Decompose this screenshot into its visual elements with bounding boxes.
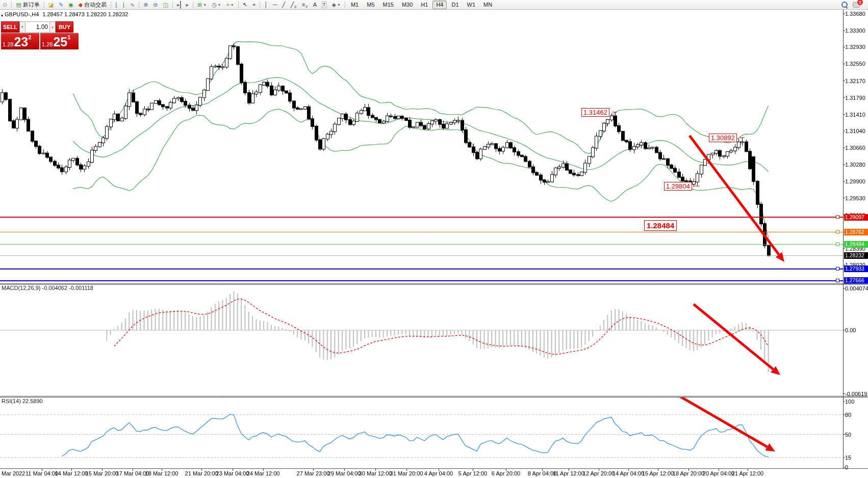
buy-button[interactable]: BUY — [56, 21, 73, 33]
sell-button[interactable]: SELL — [1, 21, 19, 33]
price-axis-label: 1.31040 — [845, 128, 865, 134]
timeframe-m5[interactable]: M5 — [363, 1, 378, 9]
price-tag: 1.28484 — [844, 241, 868, 248]
volume-decrease-button[interactable]: ▾ — [19, 21, 25, 33]
buy-price-pip: 1 — [67, 34, 70, 40]
date-axis-label: 31 Mar 20:00 — [390, 470, 423, 476]
tile-windows-icon[interactable]: ◫ — [161, 0, 170, 9]
line-chart-icon[interactable]: ∿ — [128, 0, 137, 9]
price-axis-label: 1.32550 — [845, 61, 865, 67]
cursor-button[interactable]: ↖ — [241, 0, 249, 9]
price-tag: 1.29097 — [844, 214, 868, 221]
timeframe-w1[interactable]: W1 — [464, 1, 479, 9]
clipped-icon[interactable]: ⊙ — [1, 0, 9, 9]
macd-axis-label: 0.004074 — [845, 285, 868, 291]
price-axis-label: 1.31410 — [845, 112, 865, 118]
shapes-button[interactable]: ◈▼ — [330, 0, 343, 9]
subwindow-marker[interactable]: ▴ — [1, 13, 3, 17]
price-tag: 1.28762 — [844, 229, 868, 235]
trendline-button[interactable]: ╱ — [280, 0, 288, 9]
date-axis-label: 23 Mar 04:00 — [216, 470, 249, 476]
community-icon[interactable]: ✎ — [57, 0, 65, 9]
sell-price-main: 23 — [14, 36, 28, 48]
rsi-axis-label: 15 — [845, 455, 851, 461]
price-callout: 1.30892 — [709, 134, 737, 142]
auto-scroll-button[interactable]: ▸ — [184, 0, 191, 9]
date-axis-label: 21 Apr 12:00 — [732, 470, 763, 476]
date-axis-label: 5 Apr 12:00 — [458, 470, 487, 476]
timeframe-h4[interactable]: H4 — [432, 1, 447, 9]
price-tag: 1.27666 — [844, 277, 868, 284]
date-axis-label: Mar 2022 — [2, 470, 25, 476]
date-axis-label: 11 Mar 04:00 — [25, 470, 58, 476]
date-axis-label: 15 Mar 20:00 — [86, 470, 119, 476]
date-axis-label: 20 Apr 04:00 — [703, 470, 734, 476]
zoom-in-button[interactable]: ⊕ — [141, 0, 150, 9]
candlestick-chart-icon[interactable]: ⌊ — [121, 0, 127, 9]
price-callout: 1.31462 — [581, 108, 609, 117]
volume-increase-button[interactable]: ▴ — [49, 21, 56, 33]
date-axis-label: 12 Apr 20:00 — [583, 470, 615, 476]
search-icon[interactable] — [839, 0, 850, 9]
price-tag: 1.28232 — [844, 252, 868, 259]
price-axis-label: 1.33680 — [845, 11, 865, 17]
timeframe-d1[interactable]: D1 — [448, 1, 462, 9]
chart-ohlc-values: 1.28457 1.28473 1.28220 1.28232 — [42, 11, 128, 17]
chart-shift-button[interactable]: ▸ — [175, 0, 183, 9]
horizontal-line-button[interactable]: ─ — [271, 0, 279, 9]
bar-chart-icon[interactable]: ⌊ — [113, 0, 119, 9]
new-order-button[interactable]: ▤新订单 — [14, 0, 41, 9]
date-axis-label: 18 Mar 12:00 — [145, 470, 178, 476]
timeframe-m1[interactable]: M1 — [347, 1, 362, 9]
timeframe-mn[interactable]: MN — [480, 1, 496, 9]
date-axis-label: 24 Mar 12:00 — [247, 470, 280, 476]
chart-symbol-period: GBPUSD-,H4 — [5, 11, 39, 17]
signals-icon[interactable]: ◉ — [66, 0, 75, 9]
one-click-trading-panel: SELL ▾ ▴ BUY 1.28 23 2 1.28 25 1 — [1, 21, 79, 49]
eraser-icon[interactable]: ◪ — [46, 0, 56, 9]
macd-axis-label: 0.00 — [845, 327, 856, 333]
sell-price-display[interactable]: 1.28 23 2 — [1, 33, 39, 49]
chat-icon[interactable]: 1 — [851, 0, 867, 9]
sell-price-prefix: 1.28 — [3, 41, 13, 48]
zoom-out-button[interactable]: ⊖ — [151, 0, 160, 9]
price-callout: 1.29804 — [664, 182, 692, 191]
date-axis-label: 17 Mar 04:00 — [116, 470, 149, 476]
text-button[interactable]: A — [311, 0, 319, 9]
date-axis-label: 14 Apr 04:00 — [612, 470, 644, 476]
buy-price-display[interactable]: 1.28 25 1 — [40, 33, 79, 49]
rsi-label: RSI(14) 22.5890 — [2, 398, 43, 404]
date-axis-label: 14 Mar 12:00 — [55, 470, 88, 476]
volume-input[interactable] — [25, 21, 49, 33]
date-axis-label: 27 Mar 23:00 — [297, 470, 330, 476]
main-toolbar: ⊙▤新订单◪✎◉◆自动交易⌊⌊∿⊕⊖◫▸▸⊞▼◷▼≈▼↖+│─╱╱E≡FAT◈▼… — [0, 0, 868, 10]
chart-canvas[interactable] — [0, 0, 868, 478]
timeframe-m15[interactable]: M15 — [379, 1, 397, 9]
crosshair-button[interactable]: + — [250, 0, 258, 9]
fibonacci-button[interactable]: ≡F — [300, 0, 310, 9]
timeframe-m30[interactable]: M30 — [398, 1, 416, 9]
sell-price-pip: 2 — [28, 34, 31, 40]
date-axis-label: 18 Apr 20:00 — [673, 470, 704, 476]
date-axis-label: 15 Apr 12:00 — [642, 470, 674, 476]
date-axis-label: 6 Apr 20:00 — [492, 470, 520, 476]
date-axis-label: 11 Apr 12:00 — [553, 470, 584, 476]
date-axis-label: 21 Mar 20:00 — [185, 470, 218, 476]
templates-button[interactable]: ≈▼ — [224, 0, 236, 9]
autotrading-button[interactable]: ◆自动交易 — [76, 0, 109, 9]
rsi-axis-label: 0 — [845, 464, 848, 470]
price-axis-label: 1.30280 — [845, 162, 865, 168]
price-axis-label: 1.32930 — [845, 44, 865, 50]
timeframe-h1[interactable]: H1 — [417, 1, 431, 9]
timeframe-toolbar: M1M5M15M30H1H4D1W1MN — [347, 0, 496, 9]
periods-button[interactable]: ◷▼ — [210, 0, 223, 9]
toolbar-right-group: 1 — [839, 0, 868, 9]
buy-price-prefix: 1.28 — [42, 41, 53, 48]
vertical-line-button[interactable]: │ — [262, 0, 270, 9]
macd-axis-label: -0.00619 — [845, 391, 867, 397]
indicators-button[interactable]: ⊞▼ — [195, 0, 209, 9]
rsi-axis-label: 50 — [845, 432, 851, 438]
text-label-button[interactable]: T — [320, 0, 329, 9]
equidistant-channel-button[interactable]: ╱E — [289, 0, 299, 9]
chart-header: ▴GBPUSD-,H41.28457 1.28473 1.28220 1.282… — [1, 11, 128, 17]
